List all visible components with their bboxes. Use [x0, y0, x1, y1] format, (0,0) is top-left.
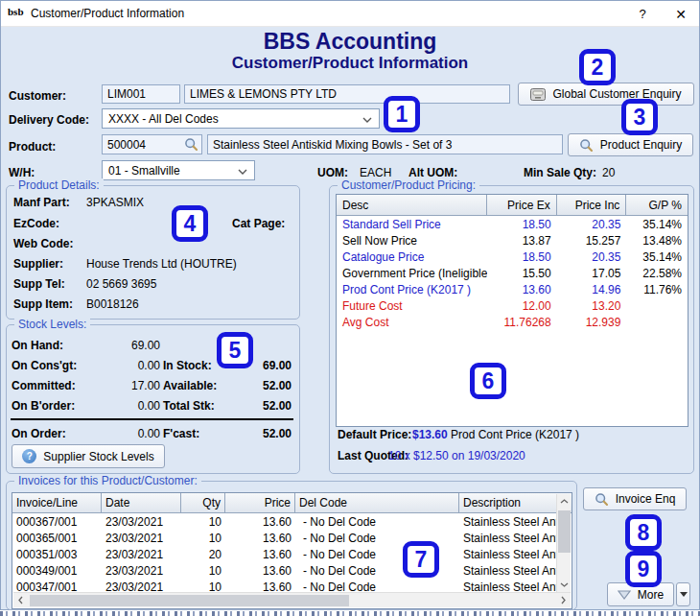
invoice-row[interactable]: 000351/003 23/03/2021 20 13.60 - No Del … [12, 546, 572, 562]
invoice-qty: 10 [181, 532, 225, 545]
price-ex: 13.87 [487, 234, 557, 248]
on-order-value: 0.00 [103, 427, 160, 440]
customer-code-field[interactable]: LIM001 [102, 84, 180, 104]
product-search-icon[interactable] [184, 137, 198, 152]
pricing-title: Customer/Product Pricing: [338, 178, 479, 192]
product-details-title: Product Details: [14, 178, 104, 192]
price-inc: 13.20 [557, 299, 627, 313]
vertical-scrollbar[interactable] [556, 494, 571, 592]
total-stk-value: 52.00 [232, 399, 292, 413]
price-inc: 17.05 [557, 267, 627, 280]
cropped-content-strip [0, 611, 700, 616]
invoice-description: Stainless Steel Antis [459, 564, 556, 578]
col-gp: G/P % [626, 195, 688, 215]
horizontal-scroll-thumb[interactable] [30, 595, 349, 606]
available-label: Available: [163, 379, 217, 392]
more-dropdown-button[interactable] [676, 582, 690, 606]
price-inc: 20.35 [557, 218, 627, 231]
supplier-stock-levels-button[interactable]: ? Supplier Stock Levels [12, 444, 165, 468]
price-ex: 11.76268 [487, 316, 557, 329]
manf-part-value: 3PKASMIX [86, 196, 144, 209]
invoices-group: Invoices for this Product/Customer: Invo… [6, 481, 577, 610]
warehouse-value: 01 - Smallville [108, 164, 180, 178]
callout-3: 3 [621, 99, 658, 135]
on-hand-value: 69.00 [103, 339, 160, 352]
price-inc: 12.939 [557, 316, 627, 329]
invoice-number: 000349/001 [12, 564, 102, 578]
on-consgt-value: 0.00 [103, 359, 160, 372]
invoice-row[interactable]: 000365/001 23/03/2021 10 13.60 - No Del … [12, 530, 572, 546]
uom-value: EACH [360, 166, 391, 179]
default-price-label: Default Price: [338, 428, 411, 441]
invoice-description: Stainless Steel Antis [459, 548, 556, 561]
product-details-group: Product Details: Manf Part: 3PKASMIX EzC… [6, 185, 300, 320]
alt-uom-label: Alt UOM: [408, 166, 457, 179]
callout-4: 4 [172, 205, 208, 242]
invoice-date: 23/03/2021 [102, 532, 181, 545]
callout-9: 9 [625, 551, 662, 587]
on-border-value: 0.00 [103, 399, 160, 413]
invoice-number: 000365/001 [12, 532, 102, 545]
col-description: Description [459, 493, 556, 512]
delivery-code-select[interactable]: XXXX - All Del Codes [102, 108, 380, 129]
chevron-down-icon [238, 169, 247, 175]
global-customer-enquiry-button[interactable]: Global Customer Enquiry [518, 83, 694, 106]
global-customer-enquiry-label: Global Customer Enquiry [552, 87, 681, 101]
callout-1: 1 [384, 96, 420, 132]
scroll-left-icon[interactable] [13, 593, 28, 607]
price-desc: Sell Now Price [337, 234, 487, 248]
product-code-field[interactable]: 500004 [102, 134, 202, 154]
customer-name-field[interactable]: LIMES & LEMONS PTY LTD [184, 84, 510, 104]
scroll-up-icon[interactable] [557, 494, 572, 509]
invoice-row[interactable]: 000367/001 23/03/2021 10 13.60 - No Del … [12, 513, 572, 530]
product-description-field[interactable]: Stainless Steel Antiskid Mixing Bowls - … [207, 134, 563, 154]
invoice-price: 13.60 [225, 548, 295, 561]
pricing-row: Prod Cont Price (K2017 ) 13.60 14.96 11.… [337, 281, 688, 297]
invoice-qty: 20 [181, 548, 225, 561]
invoice-qty: 10 [181, 564, 225, 578]
invoice-price: 13.60 [225, 564, 295, 578]
scroll-right-icon[interactable] [556, 593, 571, 607]
in-stock-label: In Stock: [163, 359, 212, 372]
title-bar: bsb Customer/Product Information ? ✕ [1, 1, 699, 27]
invoice-enquiry-button[interactable]: Invoice Enq [583, 487, 687, 510]
price-gp: 11.76% [626, 283, 688, 296]
product-code-value: 500004 [107, 138, 146, 152]
invoices-table: Invoice/Line Date Qty Price Del Code Des… [12, 492, 572, 609]
customer-label: Customer: [9, 89, 66, 103]
default-price-name: Prod Cont Price (K2017 ) [451, 428, 579, 441]
invoice-description: Stainless Steel Antis [459, 532, 556, 545]
invoice-row[interactable]: 000349/001 23/03/2021 10 13.60 - No Del … [12, 562, 572, 579]
product-enquiry-button[interactable]: Product Enquiry [568, 133, 693, 156]
min-sale-qty-value: 20 [602, 166, 615, 179]
scroll-down-icon[interactable] [557, 578, 572, 592]
invoice-enquiry-label: Invoice Enq [616, 492, 676, 506]
horizontal-scrollbar[interactable] [13, 592, 571, 607]
price-ex: 18.50 [487, 250, 557, 264]
supplier-value: House Trends Ltd (HOUTRE) [86, 257, 237, 271]
dropdown-arrow-icon [680, 592, 688, 597]
price-ex: 13.60 [487, 283, 557, 296]
pricing-row: Avg Cost 11.76268 12.939 [337, 314, 688, 330]
close-icon[interactable]: ✕ [665, 1, 697, 27]
uom-label: UOM: [317, 166, 348, 179]
question-icon: ? [22, 449, 36, 463]
col-price-ex: Price Ex [487, 195, 557, 215]
on-hand-label: On Hand: [12, 339, 63, 352]
callout-5: 5 [217, 332, 253, 368]
invoice-date: 23/03/2021 [102, 548, 181, 561]
vertical-scroll-thumb[interactable] [558, 510, 571, 553]
pricing-row: Catalogue Price 18.50 20.35 35.14% [337, 249, 688, 265]
warehouse-select[interactable]: 01 - Smallville [102, 160, 255, 180]
col-del-code: Del Code [295, 493, 459, 512]
total-stk-label: Total Stk: [163, 399, 215, 413]
callout-8: 8 [625, 514, 662, 551]
magnifier-icon [579, 138, 594, 153]
window-title: Customer/Product Information [31, 7, 184, 20]
stock-levels-group: Stock Levels: On Hand: 69.00 On Cons'gt:… [6, 324, 300, 474]
help-button[interactable]: ? [626, 1, 659, 27]
delivery-code-label: Delivery Code: [9, 113, 89, 127]
col-desc: Desc [337, 195, 487, 215]
callout-7: 7 [403, 541, 439, 578]
on-consgt-label: On Cons'gt: [12, 359, 77, 372]
